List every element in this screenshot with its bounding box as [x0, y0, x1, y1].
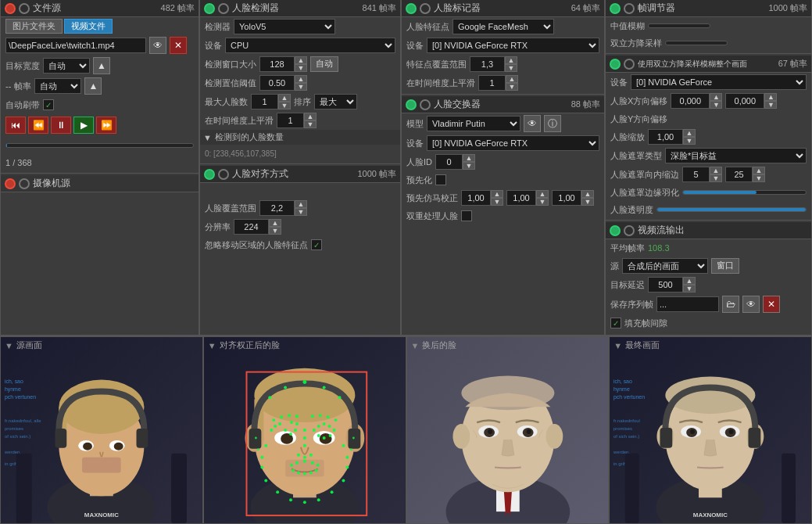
- threshold-input[interactable]: [259, 75, 295, 91]
- detector-check[interactable]: [218, 3, 229, 14]
- threshold-down[interactable]: ▼: [295, 83, 307, 91]
- shift-x-down-2[interactable]: ▼: [764, 101, 777, 109]
- face-id-input[interactable]: [435, 154, 463, 170]
- presync-input-3[interactable]: [552, 190, 581, 206]
- face-id-up[interactable]: ▲: [463, 154, 475, 162]
- presync-up-1[interactable]: ▲: [491, 190, 503, 198]
- save-path-input[interactable]: [656, 296, 719, 312]
- stream-check[interactable]: [624, 225, 635, 236]
- target-width-select[interactable]: 自动: [43, 58, 90, 74]
- delay-input[interactable]: [648, 277, 683, 293]
- downsample-power-btn[interactable]: [610, 59, 621, 70]
- adj-device-select[interactable]: [0] NVIDIA GeForce: [631, 74, 807, 90]
- marker-check[interactable]: [420, 3, 431, 14]
- presync-input-2[interactable]: [506, 190, 536, 206]
- detector-device-select[interactable]: CPU: [225, 38, 395, 53]
- fast-fwd-btn[interactable]: ⏩: [96, 117, 116, 134]
- threshold-up[interactable]: ▲: [295, 75, 307, 83]
- play-btn[interactable]: ▶: [73, 117, 94, 134]
- border-up-2[interactable]: ▲: [753, 167, 765, 174]
- detected-section[interactable]: ▼ 检测到的人脸数量: [200, 130, 400, 145]
- fps-select[interactable]: 自动: [34, 78, 81, 94]
- presync-down-1[interactable]: ▼: [491, 198, 503, 206]
- smooth-down[interactable]: ▼: [304, 120, 317, 128]
- landmark-select[interactable]: Google FaceMesh: [453, 19, 554, 34]
- delay-up[interactable]: ▲: [683, 277, 696, 285]
- dual-checkbox[interactable]: [461, 210, 472, 221]
- presync-input-1[interactable]: [461, 190, 491, 206]
- preface-checkbox[interactable]: [435, 174, 446, 185]
- mask-type-select[interactable]: 深脸*目标益: [665, 148, 807, 163]
- detector-select[interactable]: YoloV5: [234, 19, 335, 34]
- detector-power-btn[interactable]: [204, 3, 215, 14]
- shift-x-down[interactable]: ▼: [710, 101, 722, 109]
- swapper-check[interactable]: [420, 99, 431, 110]
- stream-power-btn[interactable]: [610, 225, 621, 236]
- resolution-down[interactable]: ▼: [269, 227, 281, 235]
- scale-input[interactable]: [648, 129, 683, 145]
- shift-x-up-2[interactable]: ▲: [764, 93, 777, 101]
- sort-select[interactable]: 最大: [314, 94, 357, 109]
- shift-x-input[interactable]: [671, 93, 710, 109]
- max-faces-down[interactable]: ▼: [278, 102, 291, 109]
- align-power-btn[interactable]: [204, 169, 215, 180]
- camera-check[interactable]: [19, 178, 30, 189]
- median-slider[interactable]: [648, 23, 710, 28]
- adjuster-check[interactable]: [624, 3, 635, 14]
- border-input-2[interactable]: [725, 167, 753, 182]
- shift-x-up[interactable]: ▲: [710, 93, 722, 101]
- face-id-down[interactable]: ▼: [463, 162, 475, 170]
- marker-smooth-down[interactable]: ▼: [506, 83, 518, 91]
- presync-down-2[interactable]: ▼: [536, 198, 549, 206]
- smooth-input[interactable]: [277, 113, 304, 128]
- source-power-btn[interactable]: [5, 3, 16, 14]
- ignore-checkbox[interactable]: ✓: [311, 239, 322, 250]
- save-eye-btn[interactable]: 👁: [742, 296, 760, 313]
- stream-source-select[interactable]: 合成后的画面: [622, 258, 708, 274]
- target-width-up[interactable]: ▲: [93, 57, 110, 74]
- scale-up[interactable]: ▲: [683, 129, 696, 137]
- border-down-1[interactable]: ▼: [710, 174, 722, 182]
- border-input-1[interactable]: [682, 167, 710, 182]
- eye-toggle[interactable]: 👁: [149, 37, 166, 54]
- coverage-up[interactable]: ▲: [295, 200, 307, 208]
- swapper-device-select[interactable]: [0] NVIDIA GeForce RTX: [427, 135, 599, 151]
- range-up[interactable]: ▲: [505, 56, 517, 64]
- window-size-down-btn[interactable]: ▼: [295, 64, 307, 72]
- marker-smooth-up[interactable]: ▲: [506, 75, 518, 83]
- align-check[interactable]: [218, 169, 229, 180]
- adjuster-power-btn[interactable]: [610, 3, 621, 14]
- source-check-btn[interactable]: [19, 3, 30, 14]
- window-btn[interactable]: 窗口: [711, 258, 739, 274]
- save-close-btn[interactable]: ✕: [763, 296, 780, 313]
- pause-btn[interactable]: ⏸: [51, 117, 71, 134]
- close-file-btn[interactable]: ✕: [170, 37, 187, 54]
- auto-copy-checkbox[interactable]: ✓: [43, 99, 54, 110]
- presync-up-2[interactable]: ▲: [536, 190, 549, 198]
- smooth-up[interactable]: ▲: [304, 113, 317, 120]
- resolution-input[interactable]: [234, 219, 269, 235]
- model-eye-btn[interactable]: 👁: [524, 115, 541, 132]
- border-down-2[interactable]: ▼: [753, 174, 765, 182]
- marker-device-select[interactable]: [0] NVIDIA GeForce RTX: [427, 38, 599, 53]
- fps-up[interactable]: ▲: [84, 77, 102, 95]
- rewind-btn[interactable]: ⏮: [5, 117, 26, 134]
- coverage-down[interactable]: ▼: [295, 208, 307, 216]
- model-select[interactable]: Vladimir Putin: [427, 116, 520, 131]
- coverage-input[interactable]: [259, 200, 295, 216]
- presync-down-3[interactable]: ▼: [581, 198, 594, 206]
- max-faces-up[interactable]: ▲: [278, 94, 291, 102]
- marker-power-btn[interactable]: [406, 3, 417, 14]
- prev-btn[interactable]: ⏪: [28, 117, 48, 134]
- tab-image-folder[interactable]: 图片文件夹: [5, 19, 63, 34]
- file-path-input[interactable]: [5, 38, 146, 53]
- max-faces-input[interactable]: [251, 94, 278, 109]
- model-info-btn[interactable]: ⓘ: [544, 115, 561, 132]
- delay-down[interactable]: ▼: [683, 285, 696, 293]
- bilateral-slider[interactable]: [665, 41, 728, 45]
- shift-x-input-2[interactable]: [725, 93, 764, 109]
- downsample-check[interactable]: [624, 59, 635, 70]
- border-up-1[interactable]: ▲: [710, 167, 722, 174]
- resolution-up[interactable]: ▲: [269, 219, 281, 227]
- window-size-input[interactable]: [259, 56, 295, 72]
